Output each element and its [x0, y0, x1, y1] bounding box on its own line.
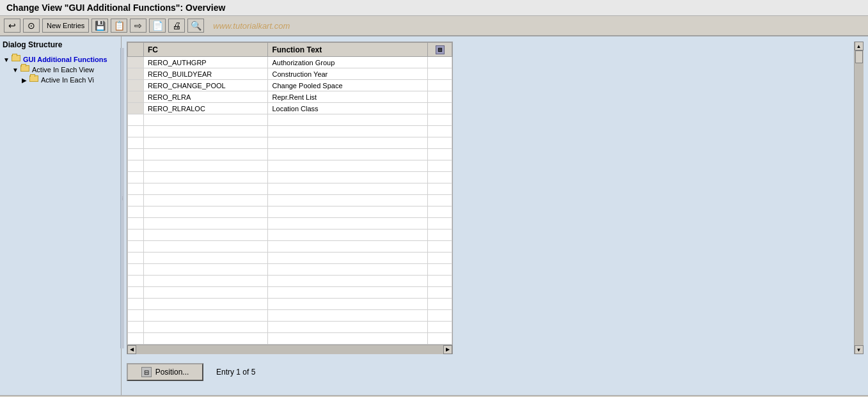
new-entries-label: New Entries [47, 22, 84, 29]
paste-button[interactable]: 📄 [149, 19, 166, 33]
row-select-cell[interactable] [128, 80, 144, 91]
row-select-cell[interactable] [128, 103, 144, 114]
empty-extra-cell [428, 183, 452, 195]
empty-fc-cell [144, 241, 268, 253]
table-empty-row [128, 126, 452, 137]
empty-select-cell [128, 241, 144, 253]
resize-dots-icon: ··· [120, 196, 125, 201]
action-area: ⊟ Position... Entry 1 of 5 [127, 363, 863, 381]
horizontal-scrollbar[interactable]: ◀ ▶ [127, 345, 452, 354]
check-button[interactable]: ⊙ [23, 19, 40, 33]
undo-button[interactable]: ↩ [4, 19, 20, 33]
scroll-track-v [855, 51, 864, 345]
empty-text-cell [268, 206, 428, 218]
empty-text-cell [268, 183, 428, 195]
shortcut-icon: ⇨ [133, 20, 143, 31]
col-header-function-text[interactable]: Function Text [268, 43, 428, 57]
col-header-icon[interactable]: ⊞ [428, 43, 452, 57]
tree-item-active-in-each-vi[interactable]: ▶ Active In Each Vi [20, 75, 118, 85]
data-table: FC Function Text ⊞ RERO_AUTHGRP Authoriz… [127, 42, 452, 345]
table-row[interactable]: RERO_BUILDYEAR Construction Year [128, 68, 452, 80]
empty-fc-cell [144, 276, 268, 287]
scroll-left-button[interactable]: ◀ [127, 345, 136, 354]
position-button-icon: ⊟ [141, 367, 152, 377]
table-row[interactable]: RERO_RLRALOC Location Class [128, 103, 452, 114]
vertical-scrollbar[interactable]: ▲ ▼ [854, 42, 863, 354]
row-fc-cell: RERO_RLRA [144, 91, 268, 103]
empty-extra-cell [428, 333, 452, 345]
column-settings-icon[interactable]: ⊞ [436, 45, 445, 54]
empty-extra-cell [428, 299, 452, 310]
empty-extra-cell [428, 276, 452, 287]
position-button[interactable]: ⊟ Position... [127, 363, 203, 381]
empty-select-cell [128, 287, 144, 299]
expand-icon-0[interactable]: ▼ [3, 56, 10, 63]
empty-extra-cell [428, 253, 452, 264]
find-button[interactable]: 🔍 [187, 19, 204, 33]
empty-select-cell [128, 183, 144, 195]
row-select-cell[interactable] [128, 68, 144, 80]
table-empty-row [128, 114, 452, 126]
empty-text-cell [268, 264, 428, 276]
row-fc-cell: RERO_RLRALOC [144, 103, 268, 114]
shortcut-button[interactable]: ⇨ [130, 19, 146, 33]
expand-icon-1[interactable]: ▼ [12, 66, 19, 74]
scroll-right-button[interactable]: ▶ [443, 345, 452, 354]
new-entries-button[interactable]: New Entries [42, 19, 89, 33]
col-header-fc[interactable]: FC [144, 43, 268, 57]
empty-text-cell [268, 310, 428, 322]
scroll-thumb[interactable] [855, 51, 863, 63]
scroll-up-button[interactable]: ▲ [855, 42, 864, 51]
copy-icon: 📋 [114, 20, 124, 31]
row-function-text-cell: Repr.Rent List [268, 91, 428, 103]
table-row[interactable]: RERO_CHANGE_POOL Change Pooled Space [128, 80, 452, 91]
check-icon: ⊙ [26, 20, 36, 31]
table-empty-row [128, 253, 452, 264]
save-button[interactable]: 💾 [91, 19, 108, 33]
table-row[interactable]: RERO_RLRA Repr.Rent List [128, 91, 452, 103]
row-extra-cell [428, 103, 452, 114]
empty-text-cell [268, 160, 428, 172]
row-function-text-cell: Location Class [268, 103, 428, 114]
empty-select-cell [128, 310, 144, 322]
table-row[interactable]: RERO_AUTHGRP Authorization Group [128, 57, 452, 68]
empty-text-cell [268, 241, 428, 253]
empty-extra-cell [428, 126, 452, 137]
empty-fc-cell [144, 299, 268, 310]
empty-text-cell [268, 299, 428, 310]
table-empty-row [128, 310, 452, 322]
table-empty-row [128, 183, 452, 195]
empty-extra-cell [428, 310, 452, 322]
table-outer: FC Function Text ⊞ RERO_AUTHGRP Authoriz… [127, 42, 863, 354]
row-extra-cell [428, 68, 452, 80]
find-icon: 🔍 [191, 20, 201, 31]
empty-fc-cell [144, 172, 268, 183]
scroll-down-button[interactable]: ▼ [855, 345, 864, 354]
empty-fc-cell [144, 126, 268, 137]
row-select-cell[interactable] [128, 57, 144, 68]
empty-extra-cell [428, 230, 452, 241]
table-empty-row [128, 276, 452, 287]
empty-extra-cell [428, 218, 452, 230]
toolbar: ↩ ⊙ New Entries 💾 📋 ⇨ 📄 🖨 🔍 www.tutorial… [0, 16, 868, 36]
row-select-cell[interactable] [128, 91, 144, 103]
empty-fc-cell [144, 322, 268, 333]
empty-text-cell [268, 322, 428, 333]
tree-item-gui-additional[interactable]: ▼ GUI Additional Functions [3, 54, 118, 65]
empty-fc-cell [144, 230, 268, 241]
empty-extra-cell [428, 137, 452, 149]
empty-select-cell [128, 299, 144, 310]
tree-item-active-in-each-view[interactable]: ▼ Active In Each View [12, 65, 118, 75]
empty-select-cell [128, 218, 144, 230]
empty-extra-cell [428, 195, 452, 206]
panel-resize-handle[interactable]: ··· [120, 48, 124, 348]
print-button[interactable]: 🖨 [168, 19, 185, 33]
empty-fc-cell [144, 218, 268, 230]
empty-select-cell [128, 137, 144, 149]
expand-icon-2[interactable]: ▶ [20, 76, 28, 84]
empty-fc-cell [144, 264, 268, 276]
row-extra-cell [428, 57, 452, 68]
row-function-text-cell: Change Pooled Space [268, 80, 428, 91]
copy-button[interactable]: 📋 [111, 19, 127, 33]
empty-select-cell [128, 195, 144, 206]
